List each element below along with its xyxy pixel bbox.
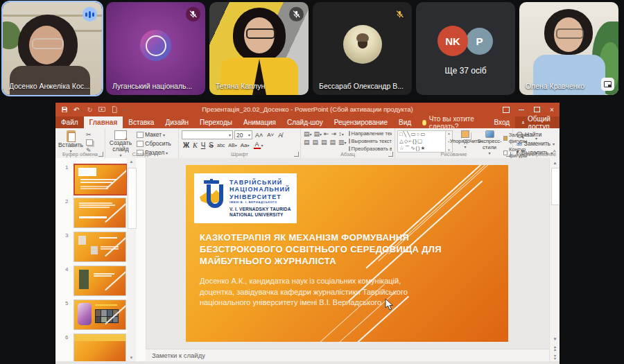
slide-canvas[interactable]: ТАВРІЙСЬКИЙ НАЦІОНАЛЬНИЙ УНІВЕРСИТЕТ ІМЕ…	[186, 165, 508, 342]
change-case-button[interactable]: Аа▾	[239, 142, 251, 148]
tab-transitions[interactable]: Переходы	[194, 116, 238, 128]
bullets-icon[interactable]: ▤▾	[304, 130, 312, 137]
clear-formatting-icon[interactable]: A̸	[277, 132, 284, 139]
slide-title[interactable]: КАЗКОТЕРАПІЯ ЯК МЕХАНІЗМ ФОРМУВАННЯ БЕЗС…	[200, 232, 474, 267]
tab-home[interactable]: Главная	[84, 116, 123, 128]
save-icon[interactable]	[61, 106, 68, 113]
align-left-icon[interactable]: ▤	[304, 139, 310, 146]
sign-in-link[interactable]: Вход	[488, 116, 515, 128]
scroll-up-icon[interactable]: ▲	[550, 158, 560, 167]
clipboard-group: Вставить ▾ ✂ ✎ Буфер обмена	[55, 128, 105, 158]
university-logo-box[interactable]: ТАВРІЙСЬКИЙ НАЦІОНАЛЬНИЙ УНІВЕРСИТЕТ ІМЕ…	[194, 173, 297, 223]
font-color-button[interactable]: А	[254, 141, 261, 149]
font-name-combo[interactable]: ▾	[182, 130, 233, 139]
more-participants-label: Ще 37 осіб	[416, 66, 515, 76]
quick-access-toolbar: ↶▾ ↻ ▾	[55, 106, 125, 114]
redo-icon[interactable]: ↻	[87, 106, 92, 114]
scroll-up-icon[interactable]: ▲	[130, 158, 134, 164]
reset-button[interactable]: Сбросить	[137, 140, 171, 147]
slide-thumbnail-3[interactable]	[73, 232, 126, 262]
close-button[interactable]: ×	[544, 103, 560, 116]
shrink-font-icon[interactable]: A˅	[266, 132, 275, 138]
slide-thumbnail-5[interactable]	[73, 300, 126, 330]
decrease-indent-icon[interactable]: ⇤	[324, 130, 329, 137]
slide-number: 4	[65, 266, 71, 296]
next-slide-icon[interactable]: ▼▼	[550, 352, 560, 361]
replace-icon: ab	[517, 141, 522, 146]
window-controls: ×	[499, 103, 560, 116]
slide-subtitle[interactable]: Досенко А.К., кандидатка наук із соціаль…	[200, 276, 428, 309]
tab-design[interactable]: Дизайн	[159, 116, 194, 128]
start-slideshow-icon[interactable]	[98, 106, 105, 113]
layout-button[interactable]: Макет▾	[137, 131, 171, 138]
font-size-combo[interactable]: 20▾	[234, 130, 252, 139]
justify-icon[interactable]: ▤	[330, 139, 336, 146]
replace-button[interactable]: ab Заменить▾	[517, 140, 560, 147]
text-shadow-button[interactable]: abc	[216, 143, 226, 148]
clipboard-dialog-launcher[interactable]	[98, 152, 103, 157]
thumbnail-panel-scrollbar[interactable]: ▲ ▼	[127, 158, 136, 361]
previous-slide-icon[interactable]: ▲▲	[550, 343, 560, 352]
participant-name: Олена Кравченко	[526, 82, 584, 90]
person-torso	[10, 66, 90, 95]
share-button[interactable]: Общий доступ	[515, 116, 560, 128]
character-spacing-button[interactable]: АВ▾	[227, 143, 238, 148]
tab-review[interactable]: Рецензирование	[329, 116, 393, 128]
scroll-down-icon[interactable]: ▼	[130, 356, 134, 361]
collapse-ribbon-icon[interactable]: ˄	[553, 148, 556, 155]
tab-view[interactable]: Вид	[393, 116, 417, 128]
tab-slideshow[interactable]: Слайд-шоу	[281, 116, 329, 128]
tab-animations[interactable]: Анимация	[238, 116, 281, 128]
minimize-button[interactable]	[514, 103, 529, 116]
drawing-group: □╲╲▭○▭△◇⌐{}▢☆⌒∿()★ ▴▪▾ Упорядочить ▾ Экс…	[395, 128, 513, 158]
tab-file[interactable]: Файл	[55, 116, 84, 128]
arrange-button[interactable]: Упорядочить ▾	[455, 130, 476, 150]
bold-button[interactable]: Ж	[182, 141, 191, 149]
undo-icon[interactable]: ↶▾	[73, 106, 81, 114]
restore-button[interactable]	[529, 103, 544, 116]
find-button[interactable]: Найти	[517, 131, 560, 138]
ribbon-tab-row: Файл Главная Вставка Дизайн Переходы Ани…	[55, 116, 560, 128]
line-spacing-icon[interactable]: ↕▾	[338, 130, 344, 137]
copy-icon[interactable]	[86, 139, 93, 146]
logo-text: V. I. VERNADSKY TAURIDA	[229, 207, 291, 212]
participant-name: Бессараб Олександр В...	[319, 82, 404, 90]
shapes-gallery[interactable]: □╲╲▭○▭△◇⌐{}▢☆⌒∿()★	[397, 130, 446, 153]
align-center-icon[interactable]: ▤	[313, 139, 319, 146]
font-dialog-launcher[interactable]	[294, 152, 299, 157]
notes-pane[interactable]: Заметки к слайду	[146, 349, 549, 361]
align-right-icon[interactable]: ▤	[321, 139, 327, 146]
grow-font-icon[interactable]: A˄	[254, 132, 264, 139]
video-tile-kaplun[interactable]: Тетяна Каплун	[209, 2, 309, 95]
editor-scrollbar[interactable]: ▲ ▼ ▲▲ ▼▼	[549, 158, 560, 361]
italic-button[interactable]: К	[191, 141, 199, 149]
columns-icon[interactable]: ▥▾	[338, 139, 347, 146]
paragraph-dialog-launcher[interactable]	[388, 152, 393, 157]
align-text-button[interactable]: Выровнять текст	[349, 138, 392, 144]
slide-thumbnail-6[interactable]	[73, 333, 126, 361]
new-document-icon[interactable]	[111, 106, 118, 113]
increase-indent-icon[interactable]: ⇥	[331, 130, 337, 137]
numbering-icon[interactable]: ▤▾	[314, 130, 322, 137]
customize-qat-icon[interactable]: ▾	[123, 107, 125, 112]
cut-icon[interactable]: ✂	[86, 131, 93, 138]
slide-thumbnail-2[interactable]	[73, 198, 126, 228]
arrange-icon	[461, 130, 469, 138]
video-tile-luhansk-university[interactable]: Луганський національ...	[106, 2, 205, 95]
picture-in-picture-icon[interactable]	[601, 78, 614, 91]
video-tile-bessarab[interactable]: Бессараб Олександр В...	[313, 2, 412, 95]
underline-button[interactable]: Ч	[200, 141, 207, 149]
strikethrough-button[interactable]: S	[207, 141, 215, 149]
video-tile-kravchenko[interactable]: Олена Кравченко	[519, 2, 618, 95]
text-direction-button[interactable]: Направление текста	[349, 130, 392, 137]
slide-thumbnail-1[interactable]	[73, 164, 128, 196]
slide-number: 2	[65, 198, 71, 228]
tell-me-box[interactable]: Что вы хотите сделать?	[417, 116, 488, 128]
scroll-down-icon[interactable]: ▼	[550, 334, 560, 343]
drawing-dialog-launcher[interactable]	[506, 152, 511, 157]
video-tile-dosenko[interactable]: Досенко Анжеліка Кос...	[3, 2, 102, 95]
tab-insert[interactable]: Вставка	[123, 116, 159, 128]
ribbon-display-options-icon[interactable]	[499, 103, 514, 116]
video-tile-overflow[interactable]: NK P Ще 37 осіб	[416, 2, 515, 95]
slide-thumbnail-4[interactable]	[73, 266, 126, 296]
